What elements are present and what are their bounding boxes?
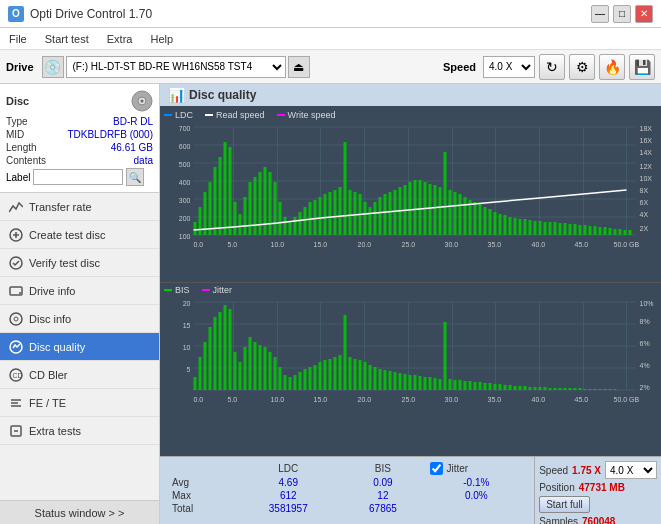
svg-rect-55 (209, 182, 212, 235)
sidebar-item-disc-quality[interactable]: Disc quality (0, 333, 159, 361)
bottom-chart-legend: BIS Jitter (160, 283, 661, 297)
refresh-button[interactable]: ↻ (539, 54, 565, 80)
svg-rect-117 (519, 219, 522, 235)
svg-rect-123 (549, 222, 552, 235)
svg-rect-219 (414, 375, 417, 390)
stats-samples-row: Samples 760048 (539, 516, 657, 524)
sidebar-item-verify-test-disc[interactable]: Verify test disc (0, 249, 159, 277)
svg-rect-182 (229, 309, 232, 390)
stats-row-max: Max 612 12 0.0% (166, 489, 528, 502)
toolbar: Drive 💿 (F:) HL-DT-ST BD-RE WH16NS58 TST… (0, 50, 661, 84)
svg-rect-137 (619, 229, 622, 235)
svg-rect-77 (319, 197, 322, 235)
svg-rect-64 (254, 177, 257, 235)
stats-right-panel: Speed 1.75 X 4.0 X Position 47731 MB Sta… (534, 457, 661, 524)
svg-rect-78 (324, 194, 327, 235)
svg-rect-184 (239, 362, 242, 390)
svg-rect-223 (434, 378, 437, 390)
svg-rect-126 (564, 223, 567, 235)
maximize-button[interactable]: □ (613, 5, 631, 23)
stats-max-bis: 12 (341, 489, 424, 502)
svg-rect-248 (559, 388, 562, 390)
svg-rect-247 (554, 388, 557, 390)
stats-table: LDC BIS Jitter Avg (166, 461, 528, 515)
svg-text:40.0: 40.0 (532, 241, 546, 248)
read-speed-legend-dot (205, 114, 213, 116)
svg-rect-183 (234, 352, 237, 390)
stats-position-row: Position 47731 MB (539, 482, 657, 493)
svg-rect-234 (489, 383, 492, 390)
disc-quality-icon (8, 339, 24, 355)
minimize-button[interactable]: — (591, 5, 609, 23)
svg-text:50.0 GB: 50.0 GB (614, 241, 640, 248)
top-chart-legend: LDC Read speed Write speed (160, 108, 661, 122)
jitter-checkbox[interactable] (430, 462, 443, 475)
svg-text:45.0: 45.0 (575, 241, 589, 248)
svg-rect-211 (374, 367, 377, 390)
svg-rect-196 (299, 372, 302, 390)
ldc-legend-dot (164, 114, 172, 116)
svg-text:25.0: 25.0 (402, 241, 416, 248)
svg-rect-189 (264, 347, 267, 390)
sidebar-item-create-test-disc[interactable]: Create test disc (0, 221, 159, 249)
save-button[interactable]: 💾 (629, 54, 655, 80)
menu-start-test[interactable]: Start test (42, 32, 92, 46)
svg-rect-109 (479, 204, 482, 235)
svg-rect-245 (544, 387, 547, 390)
bottom-chart: 20 15 10 5 10% 8% 6% 4% 2% (160, 297, 661, 407)
svg-text:8X: 8X (640, 187, 649, 194)
svg-rect-58 (224, 142, 227, 235)
stats-max-label: Max (166, 489, 235, 502)
burn-button[interactable]: 🔥 (599, 54, 625, 80)
svg-rect-235 (494, 384, 497, 390)
drive-select[interactable]: (F:) HL-DT-ST BD-RE WH16NS58 TST4 (66, 56, 286, 78)
svg-rect-81 (339, 187, 342, 235)
close-button[interactable]: ✕ (635, 5, 653, 23)
menu-extra[interactable]: Extra (104, 32, 136, 46)
svg-rect-254 (589, 389, 592, 390)
sidebar-item-transfer-rate[interactable]: Transfer rate (0, 193, 159, 221)
sidebar-item-fe-te[interactable]: FE / TE (0, 389, 159, 417)
eject-button[interactable]: ⏏ (288, 56, 310, 78)
svg-text:8%: 8% (640, 318, 650, 325)
settings-button[interactable]: ⚙ (569, 54, 595, 80)
svg-rect-118 (524, 219, 527, 235)
start-full-button[interactable]: Start full (539, 496, 590, 513)
svg-rect-232 (479, 382, 482, 390)
svg-rect-253 (584, 389, 587, 390)
stats-speed-select[interactable]: 4.0 X (605, 461, 657, 479)
status-window-button[interactable]: Status window > > (0, 500, 159, 524)
svg-text:15.0: 15.0 (314, 396, 328, 403)
svg-rect-205 (344, 315, 347, 390)
disc-info-panel: Disc Type BD-R DL MID TDKBLDRFB (000) L (0, 84, 159, 193)
stats-position-value: 47731 MB (579, 482, 625, 493)
svg-rect-190 (269, 352, 272, 390)
stats-total-ldc: 3581957 (235, 502, 341, 515)
sidebar-item-extra-tests[interactable]: Extra tests (0, 417, 159, 445)
stats-table-area: LDC BIS Jitter Avg (160, 457, 534, 524)
bis-legend-label: BIS (175, 285, 190, 295)
sidebar-item-drive-info[interactable]: Drive info (0, 277, 159, 305)
sidebar-item-disc-info[interactable]: Disc info (0, 305, 159, 333)
svg-text:10: 10 (183, 344, 191, 351)
sidebar-item-cd-bler[interactable]: CD CD Bler (0, 361, 159, 389)
svg-rect-180 (219, 312, 222, 390)
svg-point-2 (141, 100, 144, 103)
svg-rect-191 (274, 357, 277, 390)
svg-text:10%: 10% (640, 300, 654, 307)
svg-point-10 (14, 317, 18, 321)
menu-file[interactable]: File (6, 32, 30, 46)
window-controls: — □ ✕ (591, 5, 653, 23)
svg-rect-209 (364, 362, 367, 390)
speed-select[interactable]: 4.0 X (483, 56, 535, 78)
menu-help[interactable]: Help (147, 32, 176, 46)
disc-label-search-button[interactable]: 🔍 (126, 168, 144, 186)
disc-length-value: 46.61 GB (111, 142, 153, 153)
drive-selector-wrapper: 💿 (F:) HL-DT-ST BD-RE WH16NS58 TST4 ⏏ (42, 56, 310, 78)
disc-label-input[interactable] (33, 169, 123, 185)
svg-rect-95 (409, 182, 412, 235)
svg-rect-176 (199, 357, 202, 390)
svg-text:700: 700 (179, 125, 191, 132)
svg-rect-132 (594, 226, 597, 235)
svg-rect-139 (629, 230, 632, 235)
